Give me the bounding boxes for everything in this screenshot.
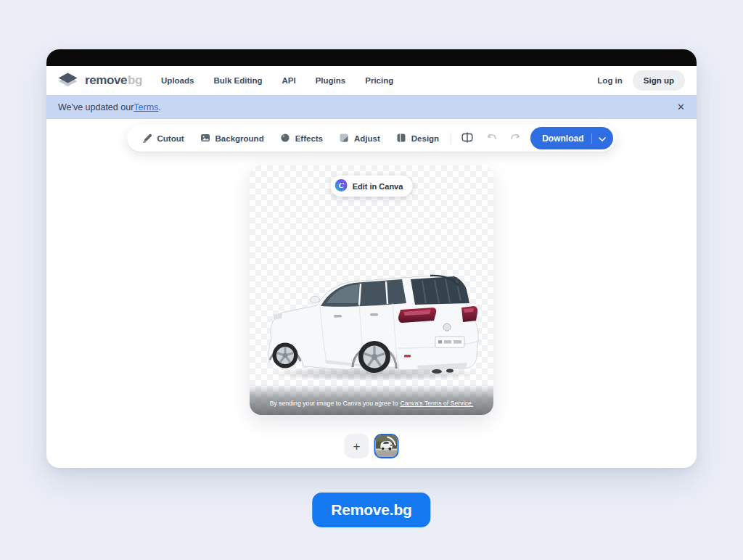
undo-button[interactable] bbox=[480, 128, 504, 149]
redo-button[interactable] bbox=[504, 128, 528, 149]
background-label: Background bbox=[215, 134, 264, 143]
edit-in-canva-label: Edit in Canva bbox=[353, 182, 403, 191]
auth-area: Log in Sign up bbox=[597, 70, 685, 91]
removebg-badge[interactable]: Remove.bg bbox=[312, 493, 430, 527]
close-icon[interactable]: ✕ bbox=[677, 102, 685, 112]
adjust-icon bbox=[339, 133, 349, 144]
undo-icon bbox=[486, 133, 497, 144]
download-separator bbox=[591, 133, 592, 144]
editor-toolbar: Cutout Background Effects Adjust bbox=[127, 125, 617, 152]
adjust-label: Adjust bbox=[354, 134, 380, 143]
thumbnail-strip: + bbox=[345, 434, 399, 458]
cutout-tool-button[interactable]: Cutout bbox=[134, 128, 192, 149]
design-tool-button[interactable]: Design bbox=[388, 128, 447, 149]
download-button[interactable]: Download bbox=[530, 127, 613, 149]
edit-in-canva-button[interactable]: C Edit in Canva bbox=[331, 176, 413, 197]
redo-icon bbox=[510, 133, 521, 144]
pen-icon bbox=[142, 133, 152, 144]
effects-label: Effects bbox=[295, 134, 323, 143]
image-icon bbox=[200, 133, 210, 144]
cutout-subject-car[interactable] bbox=[250, 165, 493, 415]
nav-item-uploads[interactable]: Uploads bbox=[161, 76, 194, 85]
site-header: removebg Uploads Bulk Editing API Plugin… bbox=[46, 66, 697, 95]
canva-logo-icon: C bbox=[335, 179, 348, 193]
main-nav: Uploads Bulk Editing API Plugins Pricing bbox=[161, 76, 393, 85]
nav-item-bulk-editing[interactable]: Bulk Editing bbox=[213, 76, 262, 85]
adjust-tool-button[interactable]: Adjust bbox=[331, 128, 388, 149]
banner-message: We've updated our bbox=[58, 102, 134, 112]
signup-button[interactable]: Sign up bbox=[633, 70, 685, 91]
canva-consent-bar: By sending your image to Canva you agree… bbox=[250, 384, 493, 415]
compare-icon bbox=[461, 132, 473, 145]
image-thumbnail-selected[interactable] bbox=[374, 434, 399, 458]
browser-window: removebg Uploads Bulk Editing API Plugin… bbox=[46, 49, 697, 468]
sphere-icon bbox=[280, 133, 290, 144]
removebg-logo[interactable]: removebg bbox=[57, 71, 142, 91]
design-label: Design bbox=[411, 134, 439, 143]
add-image-button[interactable]: + bbox=[345, 434, 369, 458]
window-titlebar bbox=[46, 49, 697, 66]
nav-item-api[interactable]: API bbox=[282, 76, 296, 85]
effects-tool-button[interactable]: Effects bbox=[272, 128, 331, 149]
logo-wordmark: removebg bbox=[85, 73, 142, 88]
editing-canvas[interactable]: C Edit in Canva bbox=[250, 165, 493, 415]
toolbar-divider bbox=[451, 133, 451, 144]
nav-item-plugins[interactable]: Plugins bbox=[316, 76, 346, 85]
svg-text:C: C bbox=[339, 181, 345, 189]
download-label: Download bbox=[542, 133, 583, 144]
compare-button[interactable] bbox=[455, 128, 480, 149]
design-icon bbox=[396, 133, 406, 144]
chevron-down-icon bbox=[599, 133, 606, 144]
terms-link[interactable]: Terms bbox=[134, 102, 158, 112]
terms-banner: We've updated our Terms. ✕ bbox=[46, 95, 697, 119]
background-tool-button[interactable]: Background bbox=[192, 128, 272, 149]
nav-item-pricing[interactable]: Pricing bbox=[365, 76, 393, 85]
toolbar-row: Cutout Background Effects Adjust bbox=[46, 125, 697, 152]
login-link[interactable]: Log in bbox=[597, 76, 623, 85]
banner-suffix: . bbox=[158, 102, 160, 112]
cutout-label: Cutout bbox=[157, 134, 184, 143]
removebg-logo-icon bbox=[57, 71, 79, 91]
consent-text: By sending your image to Canva you agree… bbox=[270, 400, 398, 407]
canva-terms-link[interactable]: Canva's Terms of Service. bbox=[400, 400, 473, 407]
